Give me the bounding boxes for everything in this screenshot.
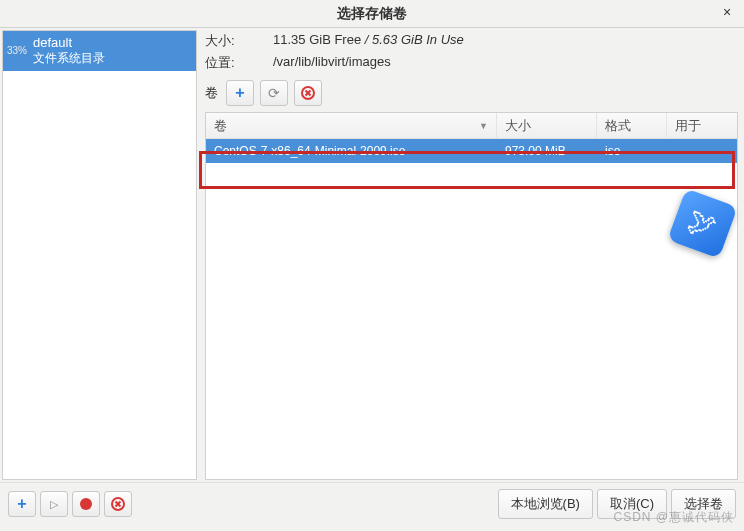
watermark-text: CSDN @惠诚代码侠 — [613, 509, 734, 526]
add-pool-button[interactable]: + — [8, 491, 36, 517]
location-value: /var/lib/libvirt/images — [273, 54, 391, 72]
refresh-icon: ⟳ — [268, 85, 280, 101]
pool-name: default — [33, 35, 190, 50]
column-header-size[interactable]: 大小 — [497, 113, 597, 138]
bird-icon: 🕊 — [684, 203, 722, 244]
right-pane: 大小: 11.35 GiB Free / 5.63 GiB In Use 位置:… — [201, 28, 744, 482]
volume-list-header: 卷 ▼ 大小 格式 用于 — [206, 113, 737, 139]
add-volume-button[interactable]: + — [226, 80, 254, 106]
size-value: 11.35 GiB Free / 5.63 GiB In Use — [273, 32, 464, 50]
floating-app-badge[interactable]: 🕊 — [675, 196, 735, 256]
volume-toolbar: 卷 + ⟳ — [205, 80, 738, 106]
plus-icon: + — [17, 495, 26, 513]
pool-type-label: 文件系统目录 — [33, 50, 190, 67]
column-header-format[interactable]: 格式 — [597, 113, 667, 138]
volume-row[interactable]: CentOS-7-x86_64-Minimal-2009.iso 973.00 … — [206, 139, 737, 163]
titlebar: 选择存储卷 × — [0, 0, 744, 28]
column-header-used[interactable]: 用于 — [667, 113, 737, 138]
play-icon: ▷ — [50, 498, 58, 511]
column-header-name[interactable]: 卷 ▼ — [206, 113, 497, 138]
stop-pool-button[interactable] — [72, 491, 100, 517]
volume-toolbar-label: 卷 — [205, 84, 218, 102]
volume-list: 卷 ▼ 大小 格式 用于 CentOS-7-x86_64-Minimal-200… — [205, 112, 738, 480]
content-area: 33% default 文件系统目录 大小: 11.35 GiB Free / … — [0, 28, 744, 482]
size-free: 11.35 GiB Free — [273, 32, 361, 47]
delete-pool-button[interactable] — [104, 491, 132, 517]
size-sep: / — [361, 32, 372, 47]
volume-cell-used — [667, 147, 737, 155]
delete-icon — [301, 86, 315, 100]
delete-icon — [111, 497, 125, 511]
delete-volume-button[interactable] — [294, 80, 322, 106]
plus-icon: + — [235, 84, 244, 102]
pool-sidebar: 33% default 文件系统目录 — [2, 30, 197, 480]
size-used: 5.63 GiB In Use — [372, 32, 464, 47]
volume-cell-size: 973.00 MiB — [497, 140, 597, 162]
size-label: 大小: — [205, 32, 265, 50]
pool-usage-percent: 33% — [7, 45, 27, 56]
location-info-row: 位置: /var/lib/libvirt/images — [205, 54, 738, 72]
start-pool-button[interactable]: ▷ — [40, 491, 68, 517]
window-title: 选择存储卷 — [337, 5, 407, 23]
sort-indicator-icon: ▼ — [479, 121, 488, 131]
volume-list-body: CentOS-7-x86_64-Minimal-2009.iso 973.00 … — [206, 139, 737, 479]
pool-item-default[interactable]: 33% default 文件系统目录 — [3, 31, 196, 71]
record-icon — [80, 498, 92, 510]
browse-local-button[interactable]: 本地浏览(B) — [498, 489, 593, 519]
badge-background: 🕊 — [667, 188, 737, 258]
location-label: 位置: — [205, 54, 265, 72]
size-info-row: 大小: 11.35 GiB Free / 5.63 GiB In Use — [205, 32, 738, 50]
close-icon[interactable]: × — [718, 4, 736, 22]
volume-cell-name: CentOS-7-x86_64-Minimal-2009.iso — [206, 140, 497, 162]
volume-cell-format: iso — [597, 140, 667, 162]
refresh-volumes-button[interactable]: ⟳ — [260, 80, 288, 106]
